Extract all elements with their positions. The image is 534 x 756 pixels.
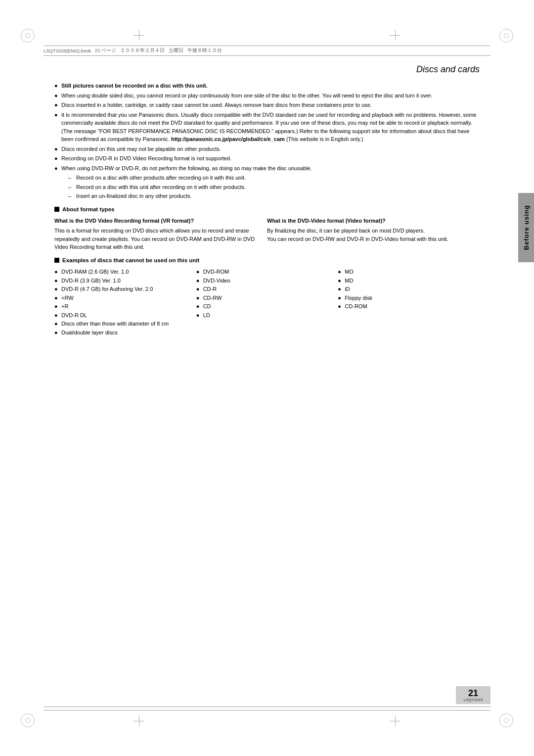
bullet-dot: ● — [54, 92, 61, 100]
square-icon-2 — [54, 258, 59, 263]
cu-item-1: ● DVD-R (3.9 GB) Ver. 1.0 — [54, 277, 196, 285]
cannot-use-col-3: ● MO ● MD ● iD ● Floppy disk — [338, 268, 480, 337]
cannot-use-heading-text: Examples of discs that cannot be used on… — [62, 256, 199, 265]
cannot-use-heading: Examples of discs that cannot be used on… — [54, 256, 480, 265]
cu-item-0: ● DVD-RAM (2.6 GB) Ver. 1.0 — [54, 268, 196, 276]
cu3-item-0: ● MO — [338, 268, 480, 276]
header-time: 午後６時１０分 — [187, 47, 222, 54]
cu2-item-3: ● CD-RW — [196, 294, 338, 302]
format-col2-title: What is the DVD-Video format (Video form… — [267, 217, 470, 225]
still-pictures-text: Still pictures cannot be recorded on a d… — [61, 82, 480, 90]
square-icon — [54, 207, 59, 212]
cannot-use-col-2: ● DVD-ROM ● DVD-Video ● CD-R ● CD-RW — [196, 268, 338, 337]
cross-mark-tr — [390, 30, 400, 41]
cu2-item-2: ● CD-R — [196, 285, 338, 293]
cu3-item-1: ● MD — [338, 277, 480, 285]
bullet-dot: ● — [54, 82, 61, 90]
bullet-still-pictures: ● Still pictures cannot be recorded on a… — [54, 82, 480, 90]
main-content: ● Still pictures cannot be recorded on a… — [54, 82, 480, 337]
cannot-use-col-1: ● DVD-RAM (2.6 GB) Ver. 1.0 ● DVD-R (3.9… — [54, 268, 196, 337]
cannot-use-section: Examples of discs that cannot be used on… — [54, 256, 480, 337]
page-number: 21 — [468, 689, 478, 698]
cu3-item-3: ● Floppy disk — [338, 294, 480, 302]
header-page-ref: 21 ページ — [95, 47, 116, 54]
reg-mark-bl — [21, 713, 35, 727]
cu2-item-5: ● LD — [196, 311, 338, 320]
cu-item-3: ● +RW — [54, 294, 196, 302]
format-columns: What is the DVD Video Recording format (… — [54, 217, 480, 251]
page-title: Discs and cards — [416, 64, 480, 75]
format-section-heading: About format types — [54, 205, 480, 214]
page-code: LSQT1025 — [464, 698, 483, 702]
bullet-double-sided: ● When using double sided disc, you cann… — [54, 92, 480, 100]
cu3-item-2: ● iD — [338, 285, 480, 293]
dvdrw-subitem-3: – Insert an un-finalized disc in any oth… — [68, 192, 480, 200]
side-tab: Before using — [518, 193, 534, 262]
dvdrw-subitem-2: – Record on a disc with this unit after … — [68, 183, 480, 191]
bullet-dot: ● — [54, 145, 61, 153]
cross-mark-bl — [134, 715, 144, 726]
format-col-1: What is the DVD Video Recording format (… — [54, 217, 267, 251]
dvdr-vr-text: Recording on DVD-R in DVD Video Recordin… — [61, 154, 480, 163]
bullet-dot: ● — [54, 164, 61, 173]
side-tab-label: Before using — [523, 205, 530, 250]
dvdrw-sublist: – Record on a disc with other products a… — [68, 174, 480, 200]
cu-item-5: ● DVD-R DL — [54, 311, 196, 320]
reg-mark-br — [499, 713, 513, 727]
holder-text: Discs inserted in a holder, cartridge, o… — [61, 101, 480, 109]
cu-item-4: ● +R — [54, 302, 196, 311]
cu3-item-4: ● CD-ROM — [338, 302, 480, 311]
dvdrw-text: When using DVD-RW or DVD-R, do not perfo… — [61, 164, 480, 173]
bullet-holder: ● Discs inserted in a holder, cartridge,… — [54, 101, 480, 109]
link-note: (This website is in English only.) — [286, 136, 363, 142]
cu2-item-4: ● CD — [196, 302, 338, 311]
cu2-item-1: ● DVD-Video — [196, 277, 338, 285]
header-book: LSQT1025(ENG).book — [44, 48, 91, 53]
dvdrw-subitem-1: – Record on a disc with other products a… — [68, 174, 480, 182]
format-col-2: What is the DVD-Video format (Video form… — [267, 217, 480, 251]
reg-mark-tl — [21, 29, 35, 43]
cu2-item-0: ● DVD-ROM — [196, 268, 338, 276]
cannot-use-columns: ● DVD-RAM (2.6 GB) Ver. 1.0 ● DVD-R (3.9… — [54, 268, 480, 337]
format-col2-text: By finalizing the disc, it can be played… — [267, 227, 470, 243]
reg-mark-tr — [499, 29, 513, 43]
bullet-not-playable: ● Discs recorded on this unit may not be… — [54, 145, 480, 153]
format-col1-title: What is the DVD Video Recording format (… — [54, 217, 257, 225]
bullet-panasonic: ● It is recommended that you use Panason… — [54, 111, 480, 143]
bullet-dot: ● — [54, 101, 61, 109]
cu-item-7: ● Dual/double layer discs — [54, 329, 196, 337]
header-day: 土曜日 — [169, 47, 183, 54]
format-heading-text: About format types — [62, 205, 114, 214]
not-playable-text: Discs recorded on this unit may not be p… — [61, 145, 480, 153]
bullet-dvdr-vr: ● Recording on DVD-R in DVD Video Record… — [54, 154, 480, 163]
cu-item-6: ● Discs other than those with diameter o… — [54, 320, 196, 328]
bullet-dot: ● — [54, 154, 61, 163]
page-number-box: 21 LSQT1025 — [456, 686, 490, 704]
bottom-bar — [44, 707, 490, 710]
double-sided-text: When using double sided disc, you cannot… — [61, 92, 480, 100]
page: LSQT1025(ENG).book 21 ページ ２００６年２月４日 土曜日 … — [0, 0, 534, 756]
cu-item-2: ● DVD-R (4.7 GB) for Authoring Ver. 2.0 — [54, 285, 196, 293]
cross-mark-br — [390, 715, 400, 726]
cross-mark-tl — [134, 30, 144, 41]
header-date: ２００６年２月４日 — [120, 47, 165, 54]
format-col1-text: This is a format for recording on DVD di… — [54, 227, 257, 251]
bullet-dot: ● — [54, 111, 61, 119]
bullet-dvdrw: ● When using DVD-RW or DVD-R, do not per… — [54, 164, 480, 173]
panasonic-text: It is recommended that you use Panasonic… — [61, 111, 480, 143]
panasonic-link[interactable]: http://panasonic.co.jp/pavc/global/cs/e_… — [171, 136, 285, 142]
header-bar: LSQT1025(ENG).book 21 ページ ２００６年２月４日 土曜日 … — [44, 46, 490, 56]
